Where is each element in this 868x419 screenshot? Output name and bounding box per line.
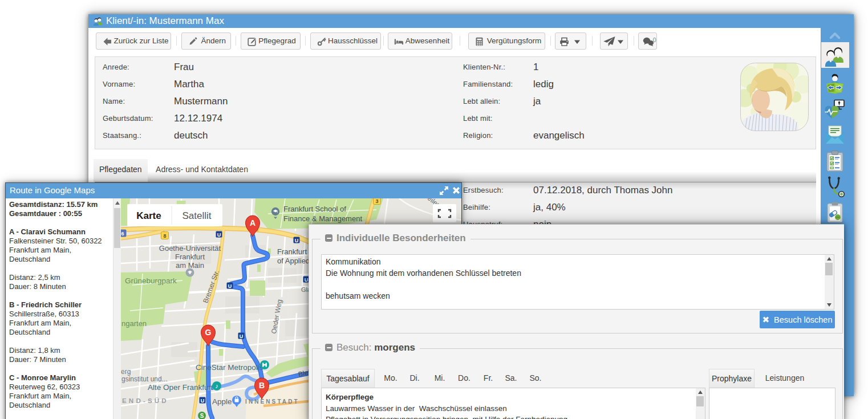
svg-text:Goethe-Universität: Goethe-Universität xyxy=(159,244,221,253)
svg-text:6: 6 xyxy=(121,231,124,237)
svg-text:S: S xyxy=(200,413,204,419)
svg-text:Grüneburgpark: Grüneburgpark xyxy=(125,276,177,285)
svg-text:Satellit: Satellit xyxy=(182,210,211,221)
svg-text:Apple: Apple xyxy=(212,397,232,406)
svg-text:INNENSTADT: INNENSTADT xyxy=(245,398,299,405)
svg-text:Finance & Management: Finance & Management xyxy=(283,214,362,223)
svg-text:END-SÜD: END-SÜD xyxy=(122,397,169,404)
svg-text:Frankfurt: Frankfurt xyxy=(277,247,307,256)
svg-text:A: A xyxy=(250,218,255,227)
svg-text:♪: ♪ xyxy=(215,383,218,389)
svg-text:U: U xyxy=(201,398,205,404)
svg-text:ngarten: ngarten xyxy=(121,319,147,328)
svg-text:3: 3 xyxy=(375,198,378,204)
svg-text:of Applied: of Applied xyxy=(277,257,310,265)
svg-text:Karte: Karte xyxy=(136,210,161,221)
svg-text:Alte Oper Frankfurt: Alte Oper Frankfurt xyxy=(148,383,213,392)
svg-text:U: U xyxy=(240,333,244,339)
svg-text:U: U xyxy=(228,283,232,289)
svg-text:B: B xyxy=(259,381,265,390)
svg-text:erg: erg xyxy=(121,368,131,376)
svg-text:Frankfurt School of: Frankfurt School of xyxy=(283,205,346,213)
svg-text:gsinstitut und...: gsinstitut und... xyxy=(121,375,168,383)
svg-text:U: U xyxy=(295,238,299,243)
svg-text:U: U xyxy=(217,232,221,238)
svg-text:Frankfurt: Frankfurt xyxy=(175,253,205,261)
svg-text:U: U xyxy=(305,277,309,283)
svg-text:G: G xyxy=(205,328,212,337)
svg-text:8: 8 xyxy=(163,233,166,239)
svg-text:CineStar Metropolis: CineStar Metropolis xyxy=(196,363,263,372)
